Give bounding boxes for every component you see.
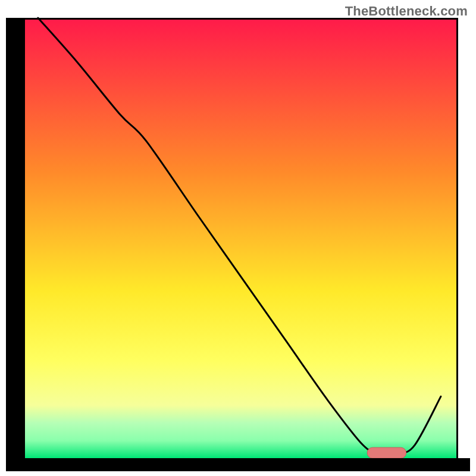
axis-left bbox=[6, 18, 25, 470]
bottleneck-chart bbox=[0, 0, 476, 476]
frame-right bbox=[456, 18, 458, 458]
frame-top bbox=[25, 18, 458, 20]
axis-bottom bbox=[6, 458, 470, 471]
heatmap-gradient bbox=[25, 18, 458, 458]
optimal-range-marker bbox=[367, 447, 406, 458]
chart-stage: TheBottleneck.com bbox=[0, 0, 476, 476]
